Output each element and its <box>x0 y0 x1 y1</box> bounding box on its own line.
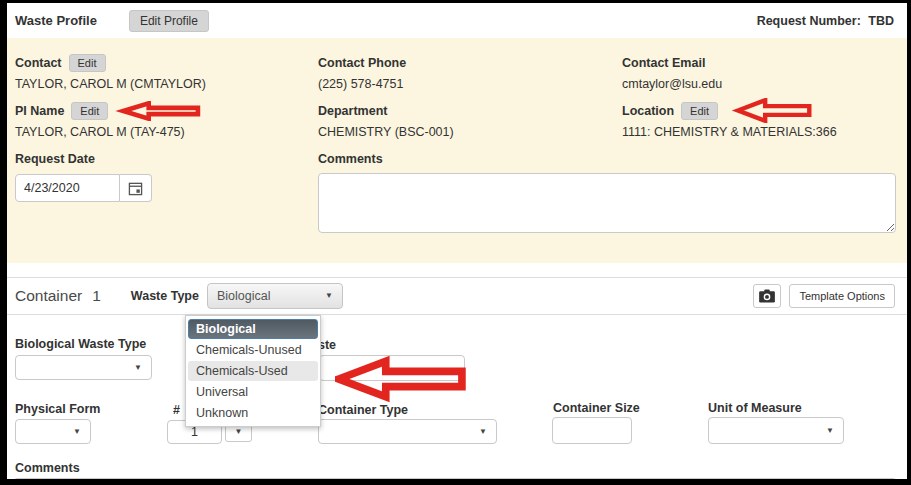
contact-field: Contact Edit TAYLOR, CAROL M (CMTAYLOR) <box>15 53 318 101</box>
profile-comments-field: Comments <box>318 149 896 233</box>
waste-type-option[interactable]: Biological <box>188 319 318 339</box>
container-header-actions: Template Options <box>753 284 895 308</box>
chevron-down-icon: ▼ <box>134 364 142 372</box>
waste-type-option[interactable]: Universal <box>188 382 318 402</box>
request-date-field: Request Date <box>15 149 318 233</box>
biological-waste-type-label: Biological Waste Type <box>15 337 146 351</box>
unit-of-measure-label: Unit of Measure <box>708 401 802 415</box>
profile-comments-textarea[interactable] <box>318 173 896 233</box>
edit-profile-button[interactable]: Edit Profile <box>129 10 209 32</box>
department-field: Department CHEMISTRY (BSC-001) <box>318 101 622 149</box>
waste-profile-page: Waste Profile Edit Profile Request Numbe… <box>0 0 911 485</box>
physical-form-label: Physical Form <box>15 402 100 416</box>
container-comments-label: Comments <box>15 461 80 475</box>
top-bar: Waste Profile Edit Profile Request Numbe… <box>7 3 907 38</box>
chevron-down-icon: ▼ <box>73 428 81 436</box>
waste-type-option[interactable]: Chemicals-Used <box>188 361 318 381</box>
chevron-down-icon: ▼ <box>235 428 243 436</box>
container-type-select[interactable]: ▼ <box>318 419 497 444</box>
request-date-input[interactable] <box>15 174 120 202</box>
contact-phone-value: (225) 578-4751 <box>318 77 622 91</box>
calendar-button[interactable] <box>120 174 152 202</box>
contact-email-value: cmtaylor@lsu.edu <box>622 77 895 91</box>
contact-value: TAYLOR, CAROL M (CMTAYLOR) <box>15 77 318 91</box>
waste-type-selected-value: Biological <box>217 289 271 303</box>
waste-type-dropdown-list: Biological Chemicals-Unused Chemicals-Us… <box>185 315 321 427</box>
chevron-down-icon: ▼ <box>826 427 834 435</box>
contact-edit-button[interactable]: Edit <box>69 54 106 72</box>
waste-type-option[interactable]: Unknown <box>188 403 318 423</box>
contact-phone-field: Contact Phone (225) 578-4751 <box>318 53 622 101</box>
contact-email-label: Contact Email <box>622 56 705 70</box>
department-label: Department <box>318 104 387 118</box>
red-arrow-pi-name-icon <box>115 101 207 121</box>
department-value: CHEMISTRY (BSC-001) <box>318 125 622 139</box>
profile-row-3: Request Date Comments <box>15 149 895 233</box>
waste-type-label: Waste Type <box>131 289 199 303</box>
container-title: Container <box>15 287 82 305</box>
container-size-label: Container Size <box>553 401 640 415</box>
waste-type-option[interactable]: Chemicals-Unused <box>188 340 318 360</box>
location-edit-button[interactable]: Edit <box>681 102 718 120</box>
profile-row-1: Contact Edit TAYLOR, CAROL M (CMTAYLOR) … <box>15 53 895 101</box>
camera-icon <box>758 289 776 303</box>
pi-name-value: TAYLOR, CAROL M (TAY-475) <box>15 125 318 139</box>
chevron-down-icon: ▼ <box>325 292 333 300</box>
container-header: Container 1 Waste Type Biological ▼ Temp… <box>7 277 907 315</box>
request-date-label: Request Date <box>15 152 95 166</box>
request-number-label: Request Number: <box>757 14 861 28</box>
container-comments-textarea[interactable] <box>13 478 897 485</box>
red-arrow-location-icon <box>725 98 823 123</box>
pi-name-field: PI Name Edit TAYLOR, CAROL M (TAY-475) <box>15 101 318 149</box>
container-number: 1 <box>92 287 101 305</box>
page-title: Waste Profile <box>15 13 97 28</box>
pi-name-label: PI Name <box>15 104 64 118</box>
contact-phone-label: Contact Phone <box>318 56 406 70</box>
pi-name-edit-button[interactable]: Edit <box>71 102 108 120</box>
profile-row-2: PI Name Edit TAYLOR, CAROL M (TAY-475) D… <box>15 101 895 149</box>
physical-form-select[interactable]: ▼ <box>15 419 91 444</box>
biological-waste-type-select[interactable]: ▼ <box>15 355 152 380</box>
request-date-picker <box>15 174 152 202</box>
num-containers-label: # <box>173 403 180 417</box>
location-value: 1111: CHEMISTRY & MATERIALS:366 <box>622 125 895 139</box>
container-type-label: Container Type <box>318 403 408 417</box>
red-arrow-chemicals-used-icon <box>335 355 467 403</box>
container-size-input[interactable] <box>552 417 632 444</box>
container-body: Biological Chemicals-Unused Chemicals-Us… <box>7 315 907 479</box>
request-number: Request Number: TBD <box>757 14 894 28</box>
calendar-icon <box>128 181 143 196</box>
camera-button[interactable] <box>753 284 781 308</box>
contact-email-field: Contact Email cmtaylor@lsu.edu <box>622 53 895 101</box>
chevron-down-icon: ▼ <box>479 428 487 436</box>
profile-panel: Contact Edit TAYLOR, CAROL M (CMTAYLOR) … <box>7 38 907 263</box>
request-number-value: TBD <box>868 14 894 28</box>
profile-comments-label: Comments <box>318 152 383 166</box>
contact-label: Contact <box>15 56 62 70</box>
location-label: Location <box>622 104 674 118</box>
template-options-button[interactable]: Template Options <box>789 284 895 308</box>
section-gap <box>7 263 907 277</box>
unit-of-measure-select[interactable]: ▼ <box>708 417 844 444</box>
waste-type-select[interactable]: Biological ▼ <box>207 283 343 309</box>
location-field: Location Edit 1111: CHEMISTRY & MATERIAL… <box>622 101 895 149</box>
